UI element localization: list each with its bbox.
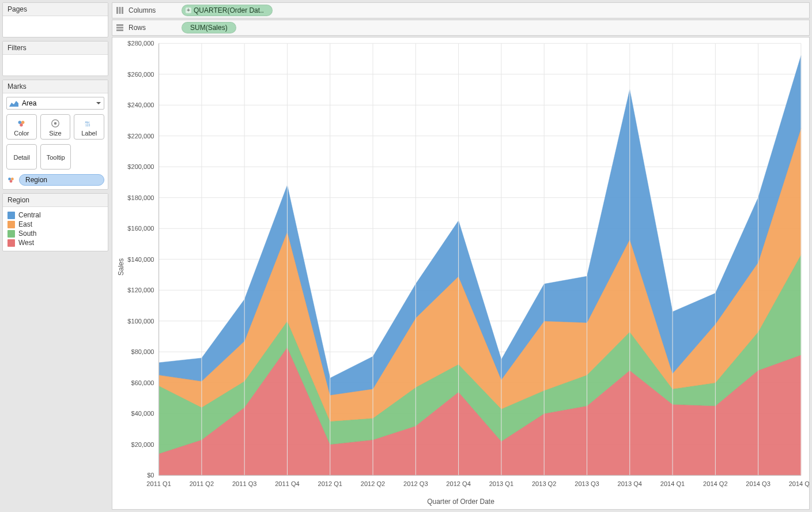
svg-text:$60,000: $60,000 xyxy=(131,379,154,386)
svg-point-7 xyxy=(8,178,11,180)
columns-shelf[interactable]: Columns + QUARTER(Order Dat.. xyxy=(112,2,810,18)
detail-button-label: Detail xyxy=(13,154,29,161)
palette-icon xyxy=(16,118,27,129)
svg-point-4 xyxy=(54,122,57,125)
svg-rect-15 xyxy=(116,29,123,31)
svg-text:123: 123 xyxy=(85,124,90,127)
svg-text:$120,000: $120,000 xyxy=(127,287,154,293)
legend-body: CentralEastSouthWest xyxy=(3,207,108,251)
legend-label: South xyxy=(18,229,36,238)
legend-label: Central xyxy=(18,211,41,219)
abc-icon: Abc123 xyxy=(84,118,95,129)
label-button-label: Label xyxy=(81,130,97,137)
columns-icon xyxy=(116,6,124,14)
marks-header: Marks xyxy=(3,80,108,93)
svg-text:2012 Q2: 2012 Q2 xyxy=(361,480,385,487)
chevron-down-icon xyxy=(96,100,101,106)
svg-text:2014 Q4: 2014 Q4 xyxy=(789,480,809,487)
filters-header: Filters xyxy=(3,42,108,55)
color-button-label: Color xyxy=(14,130,29,137)
svg-point-9 xyxy=(10,180,13,183)
legend-label: West xyxy=(18,239,34,247)
svg-text:$240,000: $240,000 xyxy=(127,101,154,108)
rows-shelf[interactable]: Rows SUM(Sales) xyxy=(112,20,810,36)
columns-label: Columns xyxy=(129,6,177,14)
rows-label: Rows xyxy=(129,24,177,32)
svg-text:2012 Q1: 2012 Q1 xyxy=(318,480,342,487)
legend-item[interactable]: East xyxy=(7,220,103,229)
svg-text:2011 Q4: 2011 Q4 xyxy=(275,480,299,487)
svg-text:2013 Q3: 2013 Q3 xyxy=(575,480,599,487)
filters-body[interactable] xyxy=(3,55,108,76)
svg-text:2011 Q3: 2011 Q3 xyxy=(232,480,256,487)
legend-label: East xyxy=(18,220,32,228)
marks-type-select[interactable]: Area xyxy=(6,97,104,110)
legend-item[interactable]: West xyxy=(7,238,103,247)
legend-item[interactable]: Central xyxy=(7,210,103,220)
legend-swatch xyxy=(7,230,15,238)
size-icon xyxy=(50,118,61,129)
svg-text:$180,000: $180,000 xyxy=(127,194,154,201)
svg-point-1 xyxy=(21,121,24,124)
legend-header: Region xyxy=(3,194,108,207)
svg-text:$160,000: $160,000 xyxy=(127,225,154,232)
chart-container: Sales $0$20,000$40,000$60,000$80,000$100… xyxy=(112,37,810,510)
plus-icon[interactable]: + xyxy=(186,7,191,13)
area-chart[interactable]: $0$20,000$40,000$60,000$80,000$100,000$1… xyxy=(112,37,809,496)
svg-text:$200,000: $200,000 xyxy=(127,163,154,170)
svg-text:2014 Q3: 2014 Q3 xyxy=(746,480,770,487)
color-field-pill[interactable]: Region xyxy=(19,174,104,186)
pages-header: Pages xyxy=(3,3,108,16)
svg-rect-14 xyxy=(116,27,123,29)
columns-field-label: QUARTER(Order Dat.. xyxy=(194,6,264,14)
legend-item[interactable]: South xyxy=(7,229,103,238)
svg-text:2013 Q1: 2013 Q1 xyxy=(489,480,513,487)
svg-text:$220,000: $220,000 xyxy=(127,133,154,140)
y-axis-label: Sales xyxy=(117,258,125,276)
rows-field-label: SUM(Sales) xyxy=(190,24,228,32)
area-icon xyxy=(9,100,18,107)
tooltip-button[interactable]: Tooltip xyxy=(40,144,71,170)
svg-rect-11 xyxy=(119,7,121,14)
tooltip-button-label: Tooltip xyxy=(47,154,65,161)
svg-text:$260,000: $260,000 xyxy=(127,71,154,78)
svg-point-0 xyxy=(18,121,21,124)
svg-text:2011 Q2: 2011 Q2 xyxy=(190,480,214,487)
svg-text:$20,000: $20,000 xyxy=(131,441,154,448)
detail-button[interactable]: Detail xyxy=(6,144,37,170)
palette-icon xyxy=(6,175,16,185)
svg-text:$40,000: $40,000 xyxy=(131,410,154,417)
pages-card: Pages xyxy=(2,2,108,37)
legend-swatch xyxy=(7,212,15,219)
legend-card: Region CentralEastSouthWest xyxy=(2,193,108,251)
svg-point-8 xyxy=(11,178,14,180)
svg-text:$80,000: $80,000 xyxy=(131,348,154,355)
size-button[interactable]: Size xyxy=(40,114,71,140)
svg-text:$0: $0 xyxy=(147,472,154,479)
pages-body[interactable] xyxy=(3,16,108,37)
columns-field-pill[interactable]: + QUARTER(Order Dat.. xyxy=(182,5,273,16)
svg-text:2012 Q3: 2012 Q3 xyxy=(403,480,428,487)
svg-text:2014 Q2: 2014 Q2 xyxy=(703,480,727,487)
svg-rect-12 xyxy=(122,7,123,14)
svg-text:$140,000: $140,000 xyxy=(127,256,154,263)
size-button-label: Size xyxy=(49,130,61,137)
color-button[interactable]: Color xyxy=(6,114,37,140)
legend-swatch xyxy=(7,239,15,247)
rows-icon xyxy=(116,24,124,32)
filters-card: Filters xyxy=(2,41,108,76)
svg-rect-13 xyxy=(116,24,123,26)
svg-text:2012 Q4: 2012 Q4 xyxy=(446,480,470,487)
svg-text:2013 Q2: 2013 Q2 xyxy=(532,480,556,487)
svg-point-2 xyxy=(20,123,23,126)
rows-field-pill[interactable]: SUM(Sales) xyxy=(182,22,236,33)
svg-text:2014 Q1: 2014 Q1 xyxy=(660,480,685,487)
svg-rect-10 xyxy=(116,7,118,14)
x-axis-label: Quarter of Order Date xyxy=(112,496,809,509)
legend-swatch xyxy=(7,221,15,228)
svg-text:$100,000: $100,000 xyxy=(127,318,154,325)
svg-text:2013 Q4: 2013 Q4 xyxy=(618,480,642,487)
label-button[interactable]: Abc123 Label xyxy=(74,114,104,140)
svg-text:2011 Q1: 2011 Q1 xyxy=(146,480,171,487)
marks-type-label: Area xyxy=(22,99,36,107)
